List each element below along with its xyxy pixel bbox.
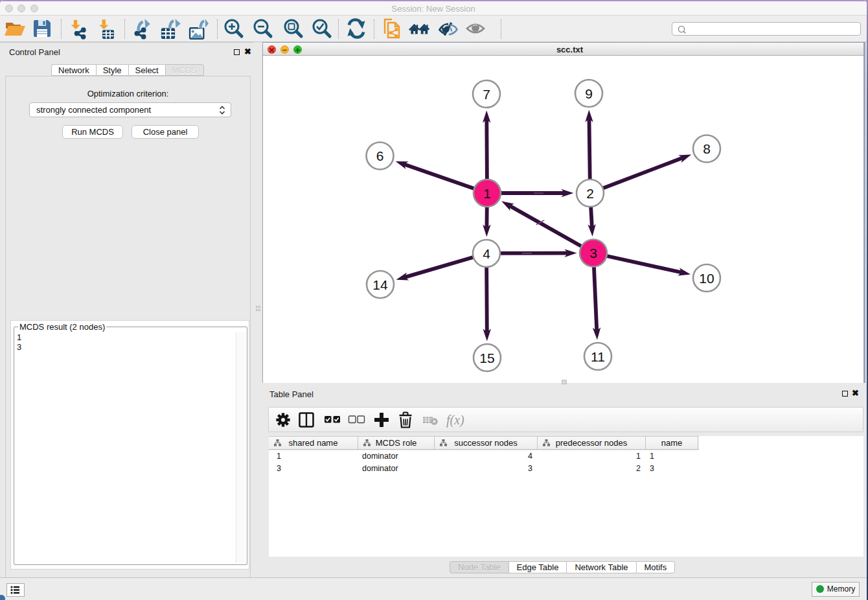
svg-text:8: 8 <box>703 141 711 156</box>
svg-text:15: 15 <box>479 351 494 365</box>
svg-text:4: 4 <box>483 246 490 261</box>
svg-text:7: 7 <box>483 87 490 102</box>
svg-text:3: 3 <box>589 246 597 260</box>
svg-text:14: 14 <box>372 277 388 292</box>
svg-text:6: 6 <box>376 148 384 163</box>
svg-text:2: 2 <box>586 186 594 201</box>
svg-text:11: 11 <box>591 349 605 364</box>
svg-text:f(x): f(x) <box>446 413 464 428</box>
svg-text:9: 9 <box>585 86 593 101</box>
svg-text:1: 1 <box>483 186 491 201</box>
svg-text:10: 10 <box>699 271 714 286</box>
